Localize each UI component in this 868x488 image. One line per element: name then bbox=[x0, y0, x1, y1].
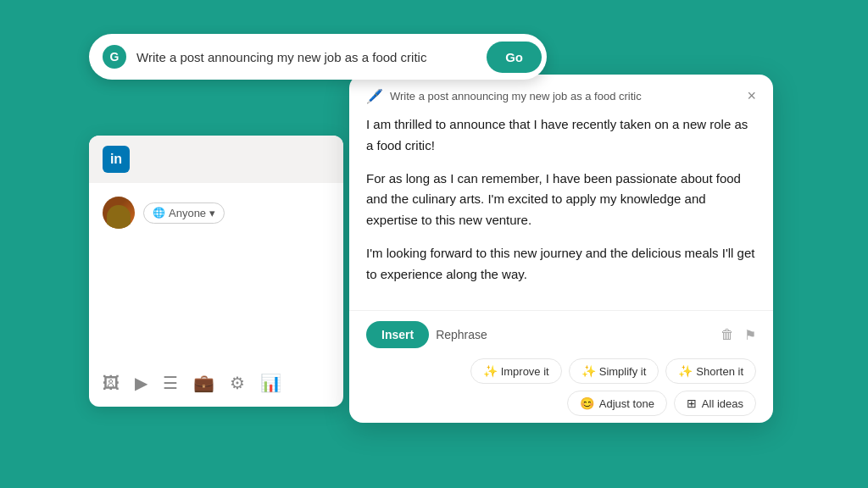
avatar bbox=[103, 197, 135, 229]
trash-icon[interactable]: 🗑 bbox=[721, 327, 734, 343]
image-icon[interactable]: 🖼 bbox=[103, 374, 120, 393]
linkedin-logo-icon: in bbox=[103, 146, 130, 173]
search-bar: G Write a post announcing my new job as … bbox=[89, 34, 547, 80]
globe-icon: 🌐 bbox=[153, 207, 165, 219]
flag-icon[interactable]: ⚑ bbox=[744, 327, 756, 343]
grammarly-letter: G bbox=[110, 50, 120, 64]
anyone-label: Anyone bbox=[169, 207, 206, 219]
job-icon[interactable]: 💼 bbox=[193, 373, 214, 393]
go-button[interactable]: Go bbox=[487, 42, 542, 73]
footer-actions-row: Insert Rephrase 🗑 ⚑ bbox=[366, 321, 756, 348]
settings-icon[interactable]: ⚙ bbox=[230, 373, 245, 393]
anyone-pill[interactable]: 🌐 Anyone ▾ bbox=[143, 202, 225, 224]
chevron-down-icon: ▾ bbox=[209, 207, 215, 219]
grid-icon: ⊞ bbox=[687, 396, 697, 410]
panel-header: 🖊️ Write a post announcing my new job as… bbox=[349, 75, 773, 111]
suggestions-row-2: 😊 Adjust tone ⊞ All ideas bbox=[366, 391, 756, 416]
adjust-tone-button[interactable]: 😊 Adjust tone bbox=[567, 391, 667, 416]
sparkle-icon-1: ✨ bbox=[483, 364, 498, 378]
panel-paragraph-3: I'm looking forward to this new journey … bbox=[366, 243, 756, 286]
shorten-it-label: Shorten it bbox=[696, 365, 743, 378]
improve-it-button[interactable]: ✨ Improve it bbox=[470, 358, 562, 384]
document-icon[interactable]: ☰ bbox=[163, 373, 178, 393]
panel-paragraph-1: I am thrilled to announce that I have re… bbox=[366, 114, 756, 157]
grammarly-logo-icon: G bbox=[103, 45, 126, 69]
panel-prompt-row: 🖊️ Write a post announcing my new job as… bbox=[366, 88, 642, 104]
linkedin-card: in 🌐 Anyone ▾ 🖼 ▶ ☰ 💼 ⚙ 📊 bbox=[89, 136, 343, 407]
panel-content: I am thrilled to announce that I have re… bbox=[349, 111, 773, 310]
pencil-icon: 🖊️ bbox=[366, 88, 383, 104]
linkedin-header: in bbox=[89, 136, 343, 183]
all-ideas-label: All ideas bbox=[702, 397, 743, 410]
search-query-text: Write a post announcing my new job as a … bbox=[136, 50, 487, 64]
linkedin-user-row: 🌐 Anyone ▾ bbox=[103, 197, 330, 229]
video-icon[interactable]: ▶ bbox=[135, 373, 147, 393]
shorten-it-button[interactable]: ✨ Shorten it bbox=[665, 358, 756, 384]
improve-it-label: Improve it bbox=[501, 365, 549, 378]
linkedin-body: 🌐 Anyone ▾ bbox=[89, 183, 343, 256]
rephrase-button[interactable]: Rephrase bbox=[436, 328, 487, 341]
suggestions-row-1: ✨ Improve it ✨ Simplify it ✨ Shorten it bbox=[366, 358, 756, 384]
panel-prompt-text: Write a post announcing my new job as a … bbox=[390, 90, 642, 103]
insert-button[interactable]: Insert bbox=[366, 321, 429, 348]
panel-footer: Insert Rephrase 🗑 ⚑ ✨ Improve it ✨ Simpl… bbox=[349, 310, 773, 423]
chart-icon[interactable]: 📊 bbox=[260, 373, 281, 393]
sparkle-icon-2: ✨ bbox=[581, 364, 596, 378]
adjust-tone-label: Adjust tone bbox=[599, 397, 654, 410]
avatar-face bbox=[107, 205, 131, 229]
footer-right-icons: 🗑 ⚑ bbox=[721, 327, 756, 343]
sparkle-icon-3: ✨ bbox=[678, 364, 693, 378]
all-ideas-button[interactable]: ⊞ All ideas bbox=[674, 391, 756, 416]
tone-icon: 😊 bbox=[580, 396, 594, 410]
grammarly-panel: 🖊️ Write a post announcing my new job as… bbox=[349, 75, 773, 423]
close-button[interactable]: × bbox=[747, 88, 756, 103]
simplify-it-button[interactable]: ✨ Simplify it bbox=[569, 358, 659, 384]
linkedin-tools: 🖼 ▶ ☰ 💼 ⚙ 📊 bbox=[103, 373, 330, 393]
panel-paragraph-2: For as long as I can remember, I have be… bbox=[366, 169, 756, 231]
simplify-it-label: Simplify it bbox=[599, 365, 647, 378]
